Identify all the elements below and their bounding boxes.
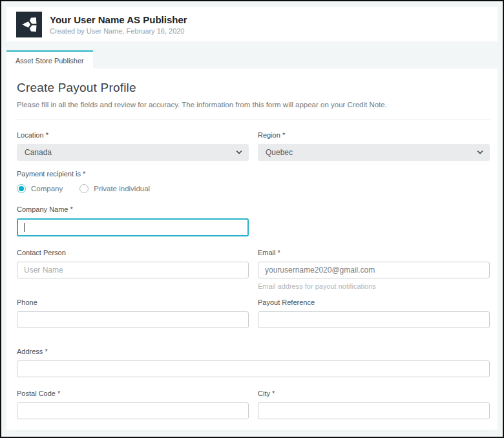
address-label: Address *	[17, 348, 490, 355]
radio-selected-icon[interactable]	[17, 184, 26, 193]
radio-unselected-icon[interactable]	[79, 184, 89, 193]
email-label: Email *	[258, 249, 490, 256]
publisher-subtitle: Created by User Name, February 16, 2020	[50, 27, 187, 35]
header-text-block: Your User Name AS Publisher Created by U…	[50, 14, 187, 35]
location-selected-value: Canada	[25, 148, 52, 157]
region-select[interactable]: Quebec	[258, 144, 490, 161]
postal-code-input[interactable]	[17, 402, 249, 419]
radio-company[interactable]: Company	[17, 184, 63, 193]
publisher-title: Your User Name AS Publisher	[50, 14, 187, 26]
page-description: Please fill in all the fields and review…	[17, 101, 490, 109]
payout-reference-input[interactable]	[258, 311, 490, 328]
location-region-row: Location * Canada Region * Quebec	[17, 131, 490, 161]
region-label: Region *	[258, 131, 490, 139]
phone-reference-row: Phone Payout Reference	[17, 298, 490, 328]
company-name-label: Company Name *	[17, 205, 490, 213]
city-input[interactable]	[258, 402, 490, 419]
payment-recipient-options: Company Private individual	[17, 184, 490, 193]
company-name-section: Company Name *	[17, 205, 490, 236]
chevron-down-icon	[236, 149, 242, 156]
phone-label: Phone	[17, 298, 249, 306]
region-selected-value: Quebec	[266, 148, 293, 157]
email-helper-text: Email address for payout notifications	[258, 282, 490, 290]
postal-city-row: Postal Code * City *	[17, 390, 490, 419]
contact-person-input[interactable]	[17, 262, 249, 278]
payment-recipient-section: Payment recipient is * Company Private i…	[17, 170, 490, 193]
footer-divider	[17, 432, 490, 432]
phone-input[interactable]	[17, 311, 249, 328]
chevron-down-icon	[477, 149, 483, 156]
location-select[interactable]: Canada	[17, 144, 249, 161]
publisher-header: Your User Name AS Publisher Created by U…	[6, 7, 498, 41]
postal-code-label: Postal Code *	[17, 390, 249, 397]
text-cursor	[24, 223, 25, 232]
tab-bar: Asset Store Publisher	[6, 50, 498, 68]
tab-asset-store-publisher[interactable]: Asset Store Publisher	[6, 50, 93, 68]
radio-company-label: Company	[31, 185, 63, 193]
payout-reference-label: Payout Reference	[258, 298, 490, 306]
payment-recipient-label: Payment recipient is *	[17, 170, 490, 178]
address-input[interactable]	[17, 360, 490, 377]
contact-person-label: Contact Person	[17, 249, 249, 256]
location-label: Location *	[17, 131, 249, 139]
page-title: Create Payout Profile	[17, 81, 490, 95]
publisher-portal-window: Your User Name AS Publisher Created by U…	[0, 0, 504, 438]
radio-private-individual-label: Private individual	[94, 185, 150, 193]
radio-private-individual[interactable]: Private individual	[79, 184, 150, 193]
email-input[interactable]	[258, 262, 490, 278]
contact-email-row: Contact Person Email * Email address for…	[17, 249, 490, 290]
unity-logo-icon	[16, 12, 42, 37]
payout-profile-form: Location * Canada Region * Quebec Payme	[17, 131, 490, 438]
company-name-input[interactable]	[17, 218, 249, 236]
create-payout-profile-panel: Create Payout Profile Please fill in all…	[6, 68, 498, 430]
section-divider	[17, 120, 490, 120]
address-section: Address *	[17, 348, 490, 377]
city-label: City *	[258, 390, 490, 397]
